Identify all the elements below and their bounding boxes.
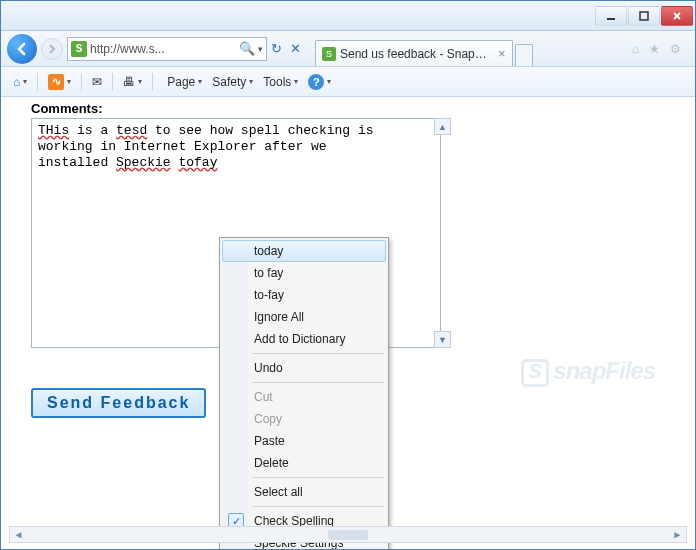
menu-item[interactable]: today [222,240,386,262]
comments-label: Comments: [31,101,675,116]
menu-item-label: Copy [254,412,282,426]
menu-item[interactable]: to-fay [222,284,386,306]
tab-close-icon[interactable]: × [498,46,506,61]
scroll-right-icon[interactable]: ► [669,527,686,542]
separator [112,73,113,91]
tab-favicon: S [322,47,336,61]
menu-item[interactable]: Add to Dictionary [222,328,386,350]
nav-tools: ↻ ✕ [271,41,301,56]
misspelled-word: Speckie [116,155,171,170]
menu-item-label: Paste [254,434,285,448]
help-menu[interactable]: ?▾ [308,74,331,90]
scroll-track[interactable] [27,530,669,540]
menu-item: Copy [222,408,386,430]
mail-icon: ✉ [92,75,102,89]
address-bar[interactable]: S http://www.s... 🔍 ▾ [67,37,267,61]
horizontal-scrollbar[interactable]: ◄ ► [9,526,687,543]
menu-item[interactable]: Ignore All [222,306,386,328]
page-menu[interactable]: Page▾ [167,75,202,89]
send-feedback-button[interactable]: Send Feedback [31,388,206,418]
menu-item-label: Delete [254,456,289,470]
home-menu[interactable]: ⌂▾ [9,73,31,91]
menu-item-label: Undo [254,361,283,375]
menu-separator [252,506,384,507]
context-menu: todayto fayto-fayIgnore AllAdd to Dictio… [219,237,389,549]
separator [152,73,153,91]
site-favicon: S [71,41,87,57]
menu-item[interactable]: Delete [222,452,386,474]
scrollbar-up-button[interactable]: ▲ [434,118,451,135]
menu-separator [252,382,384,383]
mail-menu[interactable]: ✉ [88,73,106,91]
menu-item-label: Select all [254,485,303,499]
rss-icon: ∿ [48,74,64,90]
tab-active[interactable]: S Send us feedback - SnapFil... × [315,40,513,66]
safety-menu[interactable]: Safety▾ [212,75,253,89]
address-dropdown-icon[interactable]: ▾ [258,44,263,54]
menu-separator [252,353,384,354]
menu-item[interactable]: to fay [222,262,386,284]
text-line: installed Speckie tofay [38,155,434,171]
titlebar [1,1,695,31]
tools-menu[interactable]: Tools▾ [263,75,298,89]
browser-window: S http://www.s... 🔍 ▾ ↻ ✕ S Send us feed… [0,0,696,550]
svg-rect-1 [640,12,648,20]
menu-item[interactable]: Paste [222,430,386,452]
back-button[interactable] [7,34,37,64]
feeds-menu[interactable]: ∿▾ [44,72,75,92]
menu-item-label: to-fay [254,288,284,302]
help-icon: ? [308,74,324,90]
separator [81,73,82,91]
home-icon[interactable]: ⌂ [632,42,639,56]
menu-item[interactable]: Select all [222,481,386,503]
print-icon: 🖶 [123,75,135,89]
favorites-icon[interactable]: ★ [649,42,660,56]
url-text: http://www.s... [90,42,236,56]
tools-gear-icon[interactable]: ⚙ [670,42,681,56]
minimize-button[interactable] [595,6,627,26]
refresh-icon[interactable]: ↻ [271,41,282,56]
tab-title: Send us feedback - SnapFil... [340,47,490,61]
tab-strip: S Send us feedback - SnapFil... × [311,31,620,66]
forward-button[interactable] [41,38,63,60]
menu-item-label: Ignore All [254,310,304,324]
watermark: snapFiles [521,357,655,387]
menu-separator [252,477,384,478]
misspelled-word: tesd [116,123,147,138]
home-icon: ⌂ [13,75,20,89]
menu-item: Cut [222,386,386,408]
stop-icon[interactable]: ✕ [290,41,301,56]
menu-item-label: Cut [254,390,273,404]
text-line: working in Internet Explorer after we [38,139,434,155]
scroll-thumb[interactable] [328,530,368,540]
menu-item-label: Add to Dictionary [254,332,345,346]
menu-item[interactable]: Undo [222,357,386,379]
page-content: Comments: THis is a tesd to see how spel… [1,97,695,549]
misspelled-word: tofay [178,155,217,170]
scroll-left-icon[interactable]: ◄ [10,527,27,542]
separator [37,73,38,91]
text-line: THis is a tesd to see how spell checking… [38,123,434,139]
new-tab-button[interactable] [515,44,533,66]
search-icon[interactable]: 🔍 [239,41,255,56]
close-button[interactable] [661,6,693,26]
top-right-icons: ⌂ ★ ⚙ [624,42,689,56]
command-bar: ⌂▾ ∿▾ ✉ 🖶▾ Page▾ Safety▾ Tools▾ ?▾ [1,67,695,97]
menu-item-label: to fay [254,266,283,280]
print-menu[interactable]: 🖶▾ [119,73,146,91]
misspelled-word: THis [38,123,69,138]
menu-item-label: today [254,244,283,258]
scrollbar-down-button[interactable]: ▼ [434,331,451,348]
nav-bar: S http://www.s... 🔍 ▾ ↻ ✕ S Send us feed… [1,31,695,67]
maximize-button[interactable] [628,6,660,26]
